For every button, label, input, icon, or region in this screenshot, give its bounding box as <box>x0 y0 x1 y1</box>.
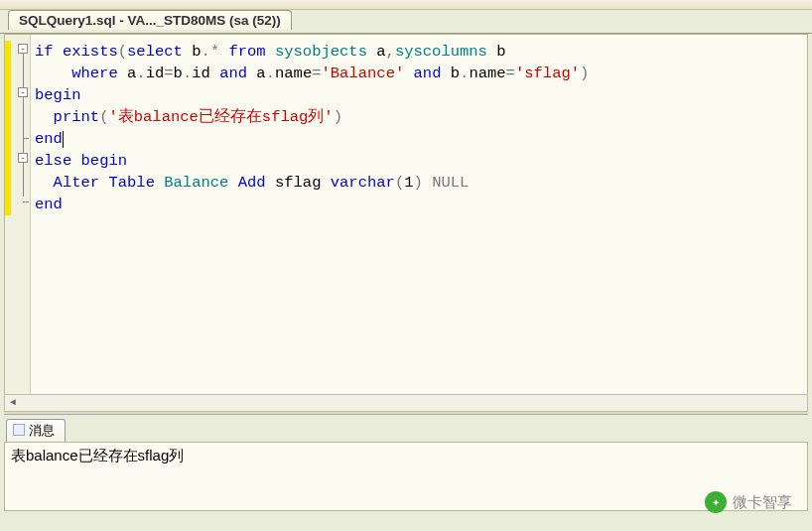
code-editor[interactable]: - - - if exists(select b.* from sysobjec… <box>4 34 808 411</box>
watermark-text: 微卡智享 <box>733 493 792 512</box>
messages-icon <box>13 424 25 436</box>
output-message-line: 表balance已经存在sflag列 <box>11 447 184 464</box>
fold-guide <box>23 201 29 202</box>
output-tab-label: 消息 <box>29 423 55 438</box>
wechat-icon: ✦ <box>705 491 727 513</box>
change-marker <box>5 41 11 215</box>
output-messages-pane[interactable]: 表balance已经存在sflag列 <box>4 442 808 511</box>
fold-guide <box>23 138 29 139</box>
editor-tab-sqlquery1[interactable]: SQLQuery1.sql - VA..._STD80MS (sa (52)) <box>8 10 292 30</box>
text-cursor <box>63 131 64 148</box>
scroll-left-icon[interactable]: ◄ <box>5 395 21 411</box>
fold-toggle[interactable]: - <box>18 87 28 97</box>
toolbar-partial <box>0 0 812 10</box>
output-tab-messages[interactable]: 消息 <box>6 419 66 442</box>
horizontal-scrollbar[interactable]: ◄ <box>4 394 808 412</box>
fold-guide <box>23 54 24 197</box>
fold-toggle[interactable]: - <box>18 153 28 163</box>
editor-tab-bar: SQLQuery1.sql - VA..._STD80MS (sa (52)) <box>0 10 812 34</box>
editor-gutter: - - - <box>5 35 31 410</box>
watermark: ✦ 微卡智享 <box>705 491 792 513</box>
code-text-area[interactable]: if exists(select b.* from sysobjects a,s… <box>31 35 807 410</box>
output-tab-bar: 消息 <box>0 415 812 442</box>
fold-toggle[interactable]: - <box>18 44 28 54</box>
